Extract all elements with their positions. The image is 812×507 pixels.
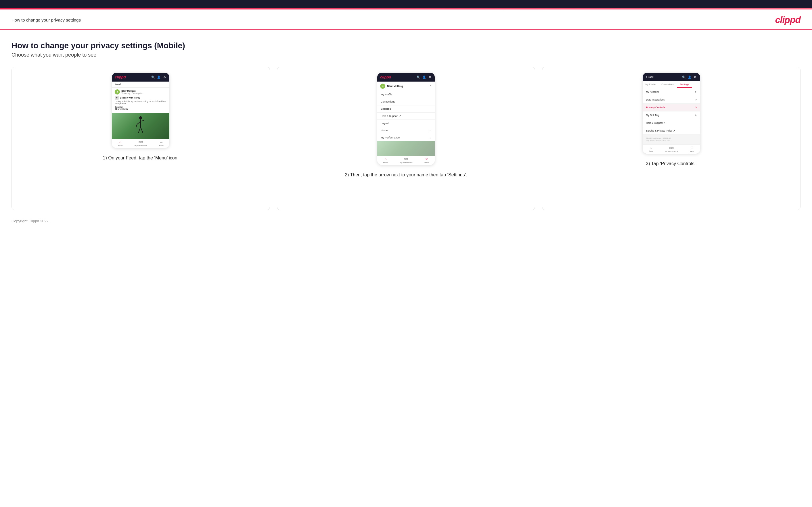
user-icon: 👤 <box>422 75 426 79</box>
menu-performance-label: My Performance <box>381 136 400 139</box>
top-bar <box>0 0 812 8</box>
step-1-bottom-nav: ⌂ Home ⌨ My Performance ☰ Menu <box>112 139 169 148</box>
duration-label: Duration 01 hr : 30 min <box>115 106 166 110</box>
step-3-topbar: < Back 🔍 👤 ⚙ <box>643 73 700 81</box>
step-1-topbar: clippd 🔍 👤 ⚙ <box>112 73 169 81</box>
step-2-phone: clippd 🔍 👤 ⚙ B Blair McHarg <box>377 73 435 165</box>
back-link[interactable]: < Back <box>646 75 654 78</box>
nav-my-performance[interactable]: ⌨ My Performance <box>135 140 147 147</box>
settings-icon: ⚙ <box>428 75 432 79</box>
privacy-controls-label: Privacy Controls <box>646 106 666 109</box>
settings-service-privacy[interactable]: Service & Privacy Policy ↗ <box>643 127 700 135</box>
page-subheading: Choose what you want people to see <box>11 52 801 58</box>
performance-label: My Performance <box>135 145 147 147</box>
page-heading: How to change your privacy settings (Mob… <box>11 41 801 50</box>
main-content: How to change your privacy settings (Mob… <box>0 30 812 210</box>
golf-image <box>112 113 169 139</box>
menu-item-logout[interactable]: Logout <box>377 120 435 127</box>
menu-item-my-profile[interactable]: My Profile <box>377 91 435 98</box>
performance-icon-2: ⌨ <box>404 157 408 161</box>
step-1-caption: 1) On your Feed, tap the ‘Menu’ icon. <box>103 155 179 161</box>
home-icon-3: ⌂ <box>650 146 652 150</box>
step-2-card: clippd 🔍 👤 ⚙ B Blair McHarg <box>277 67 536 210</box>
menu-icon: ☰ <box>160 140 163 144</box>
svg-line-3 <box>136 125 137 128</box>
step-2-bottom-nav: ⌂ Home ⌨ My Performance ✕ Menu <box>377 156 435 165</box>
menu-label-3: Menu <box>690 151 694 152</box>
search-icon: 🔍 <box>416 75 420 79</box>
menu-expandable-home[interactable]: Home ⌄ <box>377 127 435 134</box>
nav-menu[interactable]: ☰ Menu <box>159 140 163 147</box>
menu-home-label: Home <box>381 129 388 132</box>
feed-tab[interactable]: Feed <box>112 81 169 88</box>
tab-my-profile[interactable]: My Profile <box>643 81 659 88</box>
step-2-caption: 2) Then, tap the arrow next to your name… <box>345 172 467 178</box>
menu-label-2: Menu <box>424 162 429 163</box>
lesson-title: Lesson with Fordy <box>120 97 140 99</box>
menu-item-settings[interactable]: Settings <box>377 105 435 113</box>
dropdown-avatar: B <box>380 83 385 89</box>
nav-home-2[interactable]: ⌂ Home <box>383 157 388 163</box>
nav-home[interactable]: ⌂ Home <box>118 140 122 147</box>
menu-item-help[interactable]: Help & Support ↗ <box>377 113 435 120</box>
svg-line-4 <box>138 127 141 133</box>
settings-privacy-controls[interactable]: Privacy Controls > <box>643 104 700 111</box>
header: How to change your privacy settings clip… <box>0 9 812 30</box>
settings-help-support[interactable]: Help & Support ↗ <box>643 119 700 127</box>
performance-icon-3: ⌨ <box>669 146 674 150</box>
header-title: How to change your privacy settings <box>11 17 81 22</box>
help-support-label: Help & Support ↗ <box>646 121 666 124</box>
nav-close[interactable]: ✕ Menu <box>424 157 429 163</box>
settings-list: My Account > Data Integrations > Privacy… <box>643 88 700 135</box>
search-icon-3: 🔍 <box>682 75 686 79</box>
background-image-hint <box>377 141 435 156</box>
home-icon: ⌂ <box>119 140 121 144</box>
chevron-right-icon-3: > <box>695 106 697 109</box>
step-3-card: < Back 🔍 👤 ⚙ My Profile Connections Sett… <box>542 67 801 210</box>
avatar: B <box>115 89 120 95</box>
step-2-icons: 🔍 👤 ⚙ <box>416 75 432 79</box>
home-label: Home <box>118 145 122 146</box>
chevron-up-icon[interactable]: ⌃ <box>429 84 432 88</box>
step-1-logo: clippd <box>115 75 125 79</box>
step-3-bottom-nav: ⌂ Home ⌨ My Performance ☰ Menu <box>643 145 700 154</box>
home-icon-2: ⌂ <box>385 157 387 161</box>
settings-data-integrations[interactable]: Data Integrations > <box>643 96 700 104</box>
nav-performance-2[interactable]: ⌨ My Performance <box>400 157 412 163</box>
client-version: Clippd Client Version: 2022.8.3-3 <box>646 137 697 139</box>
footer: Copyright Clippd 2022 <box>0 210 812 229</box>
my-account-label: My Account <box>646 91 659 93</box>
menu-item-connections[interactable]: Connections <box>377 98 435 105</box>
nav-performance-3[interactable]: ⌨ My Performance <box>665 146 678 152</box>
chevron-down-icon-2: ⌄ <box>429 136 431 139</box>
phone-post: B Blair McHarg Yesterday · Sunningdale ▶… <box>112 88 169 113</box>
svg-line-2 <box>137 121 141 124</box>
data-integrations-label: Data Integrations <box>646 98 665 101</box>
performance-icon: ⌨ <box>139 140 143 144</box>
step-2-logo: clippd <box>380 75 391 79</box>
nav-home-3[interactable]: ⌂ Home <box>648 146 653 152</box>
step-3-icons: 🔍 👤 ⚙ <box>682 75 697 79</box>
menu-expandable-performance[interactable]: My Performance ⌄ <box>377 134 435 141</box>
settings-my-golf-bag[interactable]: My Golf Bag > <box>643 111 700 119</box>
menu-label: Menu <box>159 145 163 147</box>
settings-tabs: My Profile Connections Settings <box>643 81 700 88</box>
svg-line-6 <box>141 120 144 121</box>
golfer-silhouette <box>134 116 148 136</box>
tab-settings[interactable]: Settings <box>677 81 692 88</box>
performance-label-2: My Performance <box>400 162 412 163</box>
nav-menu-3[interactable]: ☰ Menu <box>690 146 694 152</box>
settings-my-account[interactable]: My Account > <box>643 88 700 96</box>
settings-icon-3: ⚙ <box>693 75 697 79</box>
step-3-phone: < Back 🔍 👤 ⚙ My Profile Connections Sett… <box>643 73 700 154</box>
server-version: GQL Server Version: 2022.7.30-1 <box>646 139 697 142</box>
lesson-desc: Looking to feel like my hands are exitin… <box>115 100 166 105</box>
step-3-caption: 3) Tap ‘Privacy Controls’. <box>646 161 697 167</box>
lesson-icon: ▶ <box>115 96 119 100</box>
chevron-right-icon: > <box>695 91 697 93</box>
svg-point-0 <box>139 116 142 119</box>
settings-footer: Clippd Client Version: 2022.8.3-3 GQL Se… <box>643 135 700 145</box>
tab-connections[interactable]: Connections <box>658 81 677 88</box>
chevron-down-icon: ⌄ <box>429 129 431 132</box>
dropdown-username: Blair McHarg <box>387 85 403 88</box>
